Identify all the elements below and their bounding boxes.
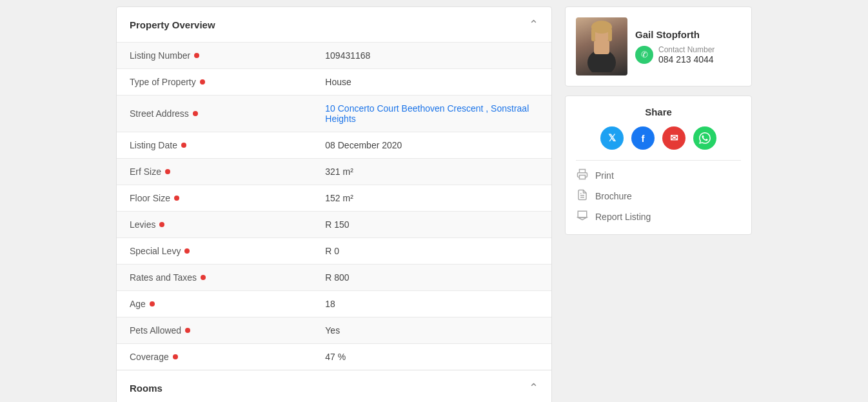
property-value-link[interactable]: 10 Concerto Court Beethoven Crescent , S… <box>325 103 529 124</box>
table-row: Street Address10 Concerto Court Beethove… <box>117 95 551 132</box>
svg-rect-6 <box>580 176 586 179</box>
brochure-action[interactable]: Brochure <box>576 189 741 203</box>
property-label: Coverage <box>130 352 169 362</box>
property-label-cell: Age <box>117 291 312 317</box>
property-value-cell: 321 m² <box>312 159 551 185</box>
required-dot <box>200 79 205 85</box>
table-row: LeviesR 150 <box>117 212 551 238</box>
required-dot <box>165 169 170 174</box>
property-value-cell: R 0 <box>312 238 551 265</box>
share-card: Share 𝕏 f ✉ <box>565 95 752 235</box>
required-dot <box>201 275 206 280</box>
whatsapp-button[interactable] <box>693 126 716 150</box>
agent-card: Gail Stopforth ✆ Contact Number 084 213 … <box>565 6 752 86</box>
property-value-cell: R 800 <box>312 265 551 291</box>
right-panel: Gail Stopforth ✆ Contact Number 084 213 … <box>565 6 752 402</box>
share-divider <box>576 160 741 161</box>
property-overview-panel: Property Overview ⌃ Listing Number109431… <box>116 6 552 402</box>
required-dot <box>159 222 164 227</box>
brochure-label: Brochure <box>595 191 632 201</box>
report-icon <box>576 210 589 224</box>
property-label: Rates and Taxes <box>130 272 197 283</box>
property-label-cell: Erf Size <box>117 159 312 185</box>
required-dot <box>194 53 199 58</box>
property-value-cell: Yes <box>312 317 551 344</box>
report-label: Report Listing <box>595 212 651 222</box>
svg-marker-9 <box>578 217 587 220</box>
table-row: Coverage47 % <box>117 344 551 370</box>
twitter-button[interactable]: 𝕏 <box>600 126 624 150</box>
required-dot <box>184 248 190 254</box>
property-label: Listing Date <box>130 140 177 150</box>
property-table: Listing Number109431168Type of PropertyH… <box>117 43 551 370</box>
property-label-cell: Listing Date <box>117 132 312 159</box>
property-label-cell: Listing Number <box>117 43 312 69</box>
property-value-cell: 10 Concerto Court Beethoven Crescent , S… <box>312 95 551 132</box>
property-label-cell: Pets Allowed <box>117 317 312 344</box>
table-row: Listing Date08 December 2020 <box>117 132 551 159</box>
contact-label: Contact Number <box>658 45 715 54</box>
property-value-cell: 152 m² <box>312 185 551 212</box>
print-icon <box>576 168 589 183</box>
property-value-cell: 109431168 <box>312 43 551 69</box>
agent-info: Gail Stopforth ✆ Contact Number 084 213 … <box>635 29 741 65</box>
svg-rect-2 <box>594 40 609 54</box>
required-dot <box>150 301 155 307</box>
property-label: Street Address <box>130 108 189 119</box>
property-label: Levies <box>130 219 155 230</box>
phone-icon: ✆ <box>635 46 653 64</box>
overview-collapse-icon[interactable]: ⌃ <box>529 17 538 32</box>
table-row: Pets AllowedYes <box>117 317 551 344</box>
agent-photo <box>576 17 627 75</box>
report-action[interactable]: Report Listing <box>576 210 741 224</box>
brochure-icon <box>576 189 589 203</box>
property-label-cell: Special Levy <box>117 238 312 265</box>
property-label: Age <box>130 299 146 309</box>
print-action[interactable]: Print <box>576 168 741 183</box>
property-value-cell: House <box>312 69 551 95</box>
contact-number[interactable]: 084 213 4044 <box>658 54 715 65</box>
table-row: Erf Size321 m² <box>117 159 551 185</box>
property-label: Erf Size <box>130 166 161 177</box>
property-label-cell: Type of Property <box>117 69 312 95</box>
required-dot <box>193 111 198 116</box>
svg-rect-5 <box>608 28 612 41</box>
print-label: Print <box>595 170 614 181</box>
table-row: Floor Size152 m² <box>117 185 551 212</box>
table-row: Special LevyR 0 <box>117 238 551 265</box>
facebook-button[interactable]: f <box>631 126 655 150</box>
contact-info: Contact Number 084 213 4044 <box>658 45 715 65</box>
table-row: Age18 <box>117 291 551 317</box>
email-button[interactable]: ✉ <box>662 126 686 150</box>
required-dot <box>174 196 179 201</box>
contact-row: ✆ Contact Number 084 213 4044 <box>635 45 741 65</box>
table-row: Rates and TaxesR 800 <box>117 265 551 291</box>
overview-section-header: Property Overview ⌃ <box>117 7 551 43</box>
table-row: Type of PropertyHouse <box>117 69 551 95</box>
property-value-cell: 47 % <box>312 344 551 370</box>
svg-rect-4 <box>591 28 595 41</box>
action-list: Print Brochure <box>576 168 741 224</box>
social-icons: 𝕏 f ✉ <box>576 126 741 150</box>
required-dot <box>173 354 178 359</box>
required-dot <box>181 143 186 148</box>
rooms-collapse-icon[interactable]: ⌃ <box>529 381 538 395</box>
property-label-cell: Floor Size <box>117 185 312 212</box>
property-label-cell: Rates and Taxes <box>117 265 312 291</box>
property-label-cell: Street Address <box>117 95 312 132</box>
property-value-cell: 08 December 2020 <box>312 132 551 159</box>
rooms-title: Rooms <box>130 383 163 394</box>
property-label: Floor Size <box>130 193 170 203</box>
property-label-cell: Coverage <box>117 344 312 370</box>
property-value-cell: 18 <box>312 291 551 317</box>
agent-name: Gail Stopforth <box>635 29 741 40</box>
property-label: Type of Property <box>130 77 196 87</box>
share-title: Share <box>576 106 741 117</box>
overview-title: Property Overview <box>130 19 215 30</box>
property-label: Listing Number <box>130 50 190 61</box>
property-value-cell: R 150 <box>312 212 551 238</box>
property-label-cell: Levies <box>117 212 312 238</box>
property-label: Pets Allowed <box>130 325 181 336</box>
required-dot <box>185 328 190 333</box>
table-row: Listing Number109431168 <box>117 43 551 69</box>
